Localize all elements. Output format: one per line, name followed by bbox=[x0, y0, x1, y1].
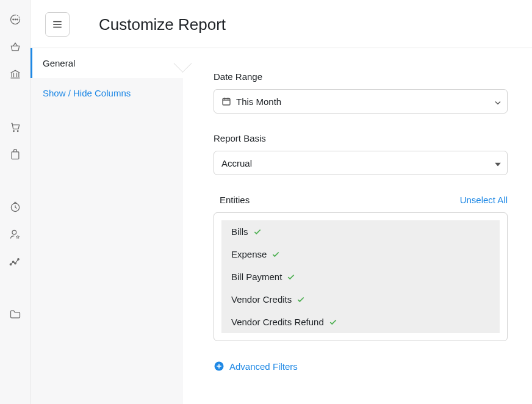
entity-label: Bill Payment bbox=[231, 272, 282, 282]
contact-star-icon[interactable] bbox=[9, 228, 21, 240]
date-range-label: Date Range bbox=[214, 71, 508, 82]
sidebar-tab-label: General bbox=[43, 58, 75, 68]
check-icon bbox=[329, 318, 337, 326]
plus-circle-icon bbox=[214, 361, 225, 372]
svg-rect-15 bbox=[223, 98, 230, 105]
page-header: Customize Report bbox=[31, 0, 532, 48]
form-panel: Date Range This Month Report Basis Accru… bbox=[183, 48, 532, 404]
chevron-down-icon bbox=[495, 96, 501, 107]
date-range-value: This Month bbox=[236, 96, 281, 107]
sidebar-tab-general[interactable]: General bbox=[31, 48, 183, 78]
sidebar-tab-columns[interactable]: Show / Hide Columns bbox=[31, 78, 183, 108]
check-icon bbox=[253, 228, 262, 236]
svg-point-11 bbox=[17, 259, 19, 261]
report-basis-select[interactable]: Accrual bbox=[214, 151, 508, 175]
cart-icon[interactable] bbox=[9, 121, 21, 133]
entity-label: Vendor Credits bbox=[231, 294, 292, 305]
calendar-icon bbox=[221, 96, 231, 106]
entity-item-bill-payment[interactable]: Bill Payment bbox=[221, 265, 500, 288]
report-basis-label: Report Basis bbox=[214, 133, 508, 143]
report-basis-value: Accrual bbox=[221, 158, 252, 168]
svg-point-10 bbox=[14, 262, 16, 264]
entity-label: Expense bbox=[231, 249, 267, 259]
hamburger-icon bbox=[52, 19, 63, 30]
menu-toggle-button[interactable] bbox=[45, 12, 70, 37]
entity-label: Vendor Credits Refund bbox=[231, 317, 324, 327]
entities-box: Bills Expense Bill Payment Vendor C bbox=[214, 212, 508, 341]
advanced-filters-button[interactable]: Advanced Filters bbox=[214, 361, 298, 372]
check-icon bbox=[271, 250, 280, 259]
icon-rail bbox=[0, 0, 31, 404]
bank-icon[interactable] bbox=[9, 68, 21, 81]
page-title: Customize Report bbox=[99, 15, 226, 34]
caret-down-icon bbox=[495, 158, 501, 168]
sidebar: General Show / Hide Columns bbox=[31, 48, 183, 404]
svg-point-2 bbox=[16, 19, 18, 20]
entity-label: Bills bbox=[231, 226, 248, 237]
svg-point-8 bbox=[10, 264, 12, 265]
folder-icon[interactable] bbox=[9, 308, 21, 320]
svg-rect-14 bbox=[53, 27, 62, 28]
entity-item-expense[interactable]: Expense bbox=[221, 243, 500, 265]
svg-rect-13 bbox=[53, 24, 62, 25]
svg-point-7 bbox=[12, 230, 16, 234]
svg-rect-12 bbox=[53, 21, 62, 23]
dashboard-icon[interactable] bbox=[9, 13, 21, 26]
svg-point-1 bbox=[15, 19, 16, 20]
bag-icon[interactable] bbox=[9, 148, 21, 161]
check-icon bbox=[297, 295, 305, 304]
check-icon bbox=[287, 273, 295, 281]
basket-icon[interactable] bbox=[9, 41, 21, 53]
entities-label: Entities bbox=[220, 195, 250, 205]
sidebar-tab-label: Show / Hide Columns bbox=[43, 88, 131, 98]
date-range-select[interactable]: This Month bbox=[214, 89, 508, 114]
entity-item-bills[interactable]: Bills bbox=[221, 220, 500, 243]
clock-icon[interactable] bbox=[9, 201, 21, 213]
svg-point-0 bbox=[12, 19, 13, 20]
advanced-filters-label: Advanced Filters bbox=[229, 361, 298, 372]
svg-point-3 bbox=[13, 131, 14, 132]
svg-point-4 bbox=[17, 131, 18, 132]
entity-item-vendor-credits-refund[interactable]: Vendor Credits Refund bbox=[221, 311, 500, 333]
analytics-icon[interactable] bbox=[9, 256, 21, 268]
svg-point-9 bbox=[12, 261, 14, 263]
unselect-all-button[interactable]: Unselect All bbox=[460, 195, 508, 205]
entity-item-vendor-credits[interactable]: Vendor Credits bbox=[221, 288, 500, 311]
svg-rect-5 bbox=[12, 152, 19, 159]
